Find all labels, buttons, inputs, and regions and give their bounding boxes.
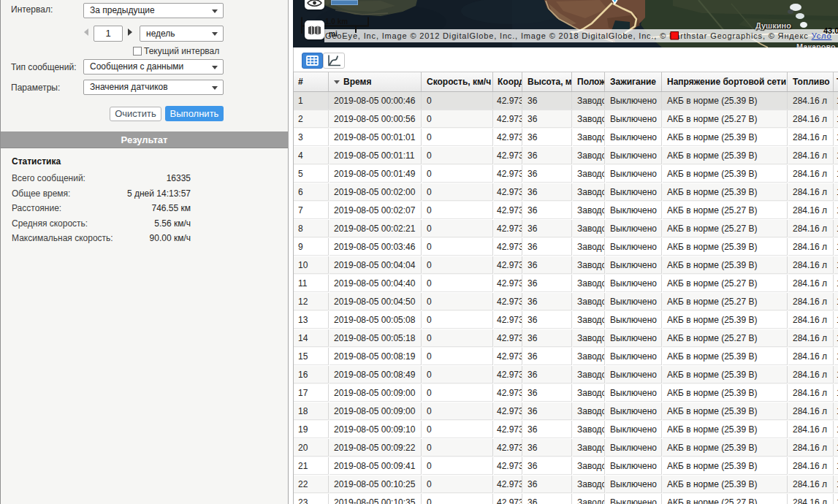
- svg-text:mi: mi: [329, 30, 338, 38]
- svg-text:1.0 km: 1.0 km: [325, 18, 348, 26]
